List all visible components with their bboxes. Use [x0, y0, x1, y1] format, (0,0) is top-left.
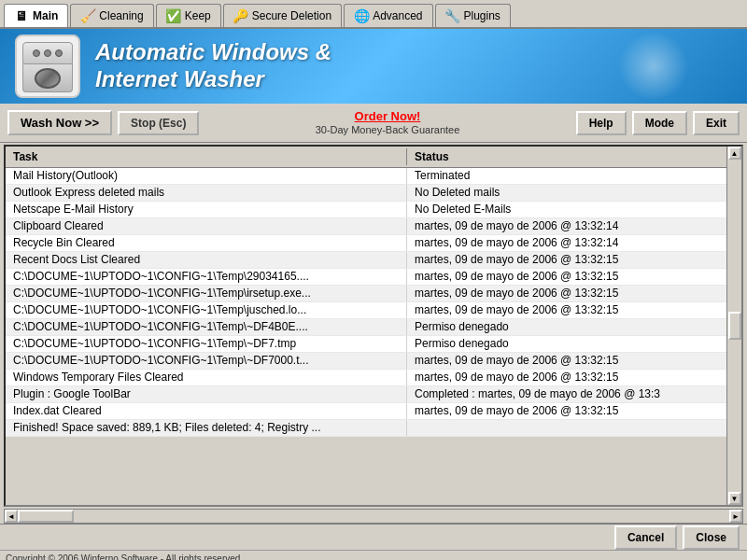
task-cell: Finished! Space saved: 889,1 KB; Files d…	[6, 420, 407, 436]
task-cell: C:\DOCUME~1\UPTODO~1\CONFIG~1\Temp\~DF70…	[6, 353, 407, 369]
task-cell: Index.dat Cleared	[6, 403, 407, 419]
status-cell: No Deleted E-Mails	[407, 202, 726, 217]
horizontal-scrollbar[interactable]: ◄ ►	[4, 509, 743, 524]
task-cell: Plugin : Google ToolBar	[6, 386, 407, 402]
table-row: Clipboard Cleared martes, 09 de mayo de …	[6, 218, 726, 235]
task-cell: Outlook Express deleted mails	[6, 185, 407, 201]
status-cell: No Deleted mails	[407, 185, 726, 201]
washing-machine-icon	[15, 35, 80, 98]
task-cell: Mail History(Outlook)	[6, 168, 407, 184]
secure-deletion-tab-icon: 🔑	[233, 8, 248, 23]
stop-button[interactable]: Stop (Esc)	[118, 111, 199, 135]
task-cell: C:\DOCUME~1\UPTODO~1\CONFIG~1\Temp\29034…	[6, 269, 407, 285]
exit-button[interactable]: Exit	[693, 111, 740, 135]
keep-tab-icon: ✅	[166, 8, 181, 23]
status-bar-text: Copyright © 2006 Winferno Software - All…	[6, 553, 240, 560]
task-cell: Windows Temporary Files Cleared	[6, 370, 407, 385]
help-button[interactable]: Help	[576, 111, 627, 135]
main-tab-icon: 🖥	[14, 8, 29, 23]
cleaning-tab-icon: 🧹	[80, 8, 95, 23]
table-row: Finished! Space saved: 889,1 KB; Files d…	[6, 420, 726, 437]
tab-secure-deletion[interactable]: 🔑Secure Deletion	[223, 4, 342, 27]
tab-advanced[interactable]: 🌐Advanced	[344, 4, 432, 27]
table-row: C:\DOCUME~1\UPTODO~1\CONFIG~1\Temp\jusch…	[6, 302, 726, 319]
status-cell: Permiso denegado	[407, 336, 726, 352]
status-cell: martes, 09 de mayo de 2006 @ 13:32:15	[407, 403, 726, 419]
plugins-tab-label: Plugins	[464, 9, 500, 22]
task-cell: Recycle Bin Cleared	[6, 235, 407, 251]
table-row: C:\DOCUME~1\UPTODO~1\CONFIG~1\Temp\~DF7.…	[6, 336, 726, 353]
list-panel: Task Status Mail History(Outlook) Termin…	[4, 145, 743, 507]
table-row: Recent Docs List Cleared martes, 09 de m…	[6, 252, 726, 269]
status-cell	[407, 420, 726, 436]
vertical-scrollbar[interactable]: ▲ ▼	[726, 147, 741, 505]
banner: Automatic Windows & Internet Washer	[0, 29, 747, 104]
task-cell: C:\DOCUME~1\UPTODO~1\CONFIG~1\Temp\~DF4B…	[6, 319, 407, 335]
status-cell: martes, 09 de mayo de 2006 @ 13:32:15	[407, 302, 726, 318]
cleaning-tab-label: Cleaning	[99, 9, 143, 22]
table-row: C:\DOCUME~1\UPTODO~1\CONFIG~1\Temp\29034…	[6, 269, 726, 286]
status-column-header: Status	[407, 148, 726, 165]
banner-title: Automatic Windows & Internet Washer	[95, 39, 331, 93]
status-cell: Permiso denegado	[407, 319, 726, 335]
status-cell: martes, 09 de mayo de 2006 @ 13:32:14	[407, 235, 726, 251]
task-cell: Clipboard Cleared	[6, 218, 407, 234]
order-now-link[interactable]: Order Now!	[204, 109, 570, 123]
table-row: Mail History(Outlook) Terminated	[6, 168, 726, 185]
keep-tab-label: Keep	[185, 9, 211, 22]
status-cell: Terminated	[407, 168, 726, 184]
task-cell: Netscape E-Mail History	[6, 202, 407, 217]
status-cell: martes, 09 de mayo de 2006 @ 13:32:15	[407, 370, 726, 385]
table-header: Task Status	[6, 147, 726, 168]
table-row: C:\DOCUME~1\UPTODO~1\CONFIG~1\Temp\~DF70…	[6, 353, 726, 370]
table-row: C:\DOCUME~1\UPTODO~1\CONFIG~1\Temp\irset…	[6, 286, 726, 302]
table-row: Recycle Bin Cleared martes, 09 de mayo d…	[6, 235, 726, 252]
close-button[interactable]: Close	[683, 525, 740, 550]
advanced-tab-icon: 🌐	[354, 8, 369, 23]
status-cell: martes, 09 de mayo de 2006 @ 13:32:15	[407, 269, 726, 285]
task-cell: Recent Docs List Cleared	[6, 252, 407, 268]
table-row: Windows Temporary Files Cleared martes, …	[6, 370, 726, 386]
tab-plugins[interactable]: 🔧Plugins	[435, 4, 511, 27]
table-row: Plugin : Google ToolBar Completed : mart…	[6, 386, 726, 403]
status-cell: martes, 09 de mayo de 2006 @ 13:32:14	[407, 218, 726, 234]
status-cell: martes, 09 de mayo de 2006 @ 13:32:15	[407, 286, 726, 301]
table-row: Outlook Express deleted mails No Deleted…	[6, 185, 726, 202]
tab-keep[interactable]: ✅Keep	[156, 4, 221, 27]
status-cell: martes, 09 de mayo de 2006 @ 13:32:15	[407, 252, 726, 268]
wash-now-button[interactable]: Wash Now >>	[7, 110, 112, 135]
cancel-button[interactable]: Cancel	[614, 525, 677, 550]
status-cell: Completed : martes, 09 de mayo de 2006 @…	[407, 386, 726, 402]
mode-button[interactable]: Mode	[632, 111, 687, 135]
task-cell: C:\DOCUME~1\UPTODO~1\CONFIG~1\Temp\irset…	[6, 286, 407, 301]
status-cell: martes, 09 de mayo de 2006 @ 13:32:15	[407, 353, 726, 369]
tab-cleaning[interactable]: 🧹Cleaning	[70, 4, 153, 27]
table-row: C:\DOCUME~1\UPTODO~1\CONFIG~1\Temp\~DF4B…	[6, 319, 726, 336]
advanced-tab-label: Advanced	[373, 9, 422, 22]
main-tab-label: Main	[33, 9, 58, 22]
status-bar: Copyright © 2006 Winferno Software - All…	[0, 550, 747, 560]
table-body[interactable]: Mail History(Outlook) Terminated Outlook…	[6, 168, 726, 505]
list-inner: Task Status Mail History(Outlook) Termin…	[6, 147, 726, 505]
table-row: Netscape E-Mail History No Deleted E-Mai…	[6, 202, 726, 218]
table-row: Index.dat Cleared martes, 09 de mayo de …	[6, 403, 726, 420]
main-panel: Task Status Mail History(Outlook) Termin…	[0, 143, 747, 550]
task-cell: C:\DOCUME~1\UPTODO~1\CONFIG~1\Temp\jusch…	[6, 302, 407, 318]
order-now-area: Order Now! 30-Day Money-Back Guarantee	[204, 109, 570, 136]
secure-deletion-tab-label: Secure Deletion	[252, 9, 331, 22]
tab-bar: 🖥Main🧹Cleaning✅Keep🔑Secure Deletion🌐Adva…	[0, 0, 747, 29]
bottom-bar: Cancel Close	[0, 524, 747, 550]
tab-main[interactable]: 🖥Main	[4, 4, 68, 27]
plugins-tab-icon: 🔧	[445, 8, 460, 23]
task-column-header: Task	[6, 148, 407, 165]
money-back-text: 30-Day Money-Back Guarantee	[316, 124, 460, 135]
action-bar: Wash Now >> Stop (Esc) Order Now! 30-Day…	[0, 104, 747, 143]
task-cell: C:\DOCUME~1\UPTODO~1\CONFIG~1\Temp\~DF7.…	[6, 336, 407, 352]
